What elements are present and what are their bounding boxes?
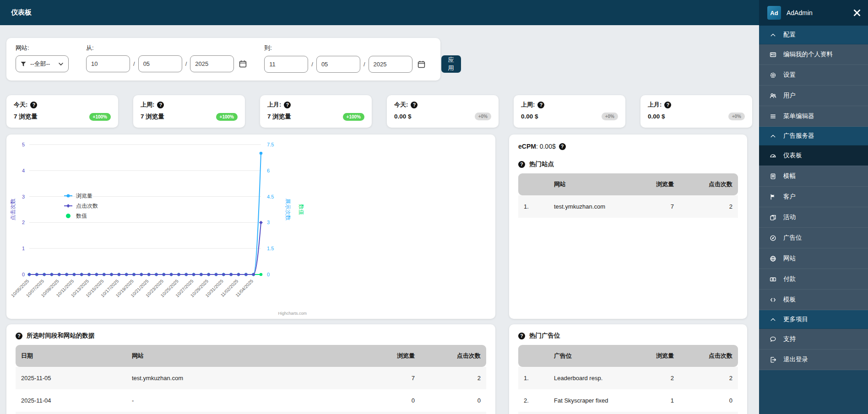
legend-item[interactable]: 浏览量: [64, 193, 92, 199]
column-header: 点击次数: [420, 345, 486, 367]
svg-text:5: 5: [22, 142, 25, 147]
svg-text:0: 0: [267, 272, 270, 277]
sidebar-item-code[interactable]: 模板: [759, 290, 868, 310]
period-data-table: 日期网站浏览量点击次数2025-11-05test.ymkuzhan.com72…: [16, 345, 486, 412]
cell: 7: [621, 195, 679, 218]
svg-text:3: 3: [267, 220, 270, 225]
stat-value: 7 浏览量: [14, 113, 38, 121]
table-row: 2.Fat Skyscraper fixed10: [518, 389, 738, 412]
svg-text:浏览量: 浏览量: [76, 193, 92, 199]
to-year-input[interactable]: [369, 56, 412, 73]
svg-text:展示次数: 展示次数: [285, 199, 291, 220]
sidebar-item-menu[interactable]: 菜单编辑器: [759, 106, 868, 127]
from-day-input[interactable]: [138, 55, 182, 72]
cell: 0: [354, 389, 420, 412]
svg-text:2: 2: [22, 220, 25, 225]
date-to-group: 到: / / 应用: [264, 44, 461, 73]
id-card-icon: [769, 51, 776, 58]
sidebar-item-logout[interactable]: 退出登录: [759, 349, 868, 370]
cell: Fat Skyscraper fixed: [548, 389, 621, 412]
site-filter-group: 网站: --全部--: [16, 44, 69, 73]
help-icon[interactable]: [30, 102, 37, 108]
ecpm-card: eCPM: 0.00$ 热门站点 网站浏览量点击次数1.test.ymkuzha…: [509, 134, 747, 319]
from-month-input[interactable]: [86, 55, 130, 72]
sidebar-item-label: 广告服务器: [783, 132, 814, 140]
help-icon[interactable]: [157, 102, 164, 108]
svg-text:6: 6: [267, 168, 270, 173]
to-month-input[interactable]: [264, 56, 308, 73]
date-separator: /: [363, 61, 365, 68]
sidebar-item-gear[interactable]: 设置: [759, 65, 868, 86]
sidebar-item-money[interactable]: 付款: [759, 269, 868, 290]
top-sites-table: 网站浏览量点击次数1.test.ymkuzhan.com72: [518, 173, 738, 218]
sidebar-item-label: 更多项目: [783, 315, 808, 323]
legend-item[interactable]: 点击次数: [64, 203, 98, 209]
stat-label: 今天:: [14, 101, 27, 109]
sidebar-item-label: 付款: [783, 275, 796, 283]
help-icon[interactable]: [284, 102, 291, 108]
svg-text:4.5: 4.5: [267, 194, 274, 199]
menu-icon: [769, 113, 776, 120]
cell: 2: [420, 367, 486, 389]
date-separator: /: [185, 60, 187, 67]
top-bar: 仪表板: [0, 0, 759, 25]
banner-icon: [769, 173, 776, 180]
trend-badge: +100%: [89, 113, 111, 121]
cell: test.ymkuzhan.com: [126, 367, 354, 389]
sidebar-item-copy[interactable]: 活动: [759, 207, 868, 228]
svg-text:点击次数: 点击次数: [76, 203, 98, 209]
sidebar-item-chevron-up[interactable]: 更多项目: [759, 310, 868, 329]
svg-text:1: 1: [22, 246, 25, 251]
svg-text:7.5: 7.5: [267, 142, 274, 147]
cell: Leaderboard resp.: [548, 367, 621, 389]
help-icon[interactable]: [559, 143, 566, 150]
sidebar-item-dashboard[interactable]: 仪表板: [759, 145, 868, 166]
sidebar-item-comment[interactable]: 支持: [759, 329, 868, 349]
stat-cards-row: 今天:7 浏览量+100%上周:7 浏览量+100%上月:7 浏览量+100%今…: [6, 95, 753, 128]
stat-label: 上月:: [648, 101, 662, 109]
apply-button[interactable]: 应用: [441, 55, 461, 73]
sidebar-item-flag[interactable]: 客户: [759, 187, 868, 207]
help-icon[interactable]: [537, 102, 544, 108]
help-icon[interactable]: [518, 333, 525, 339]
svg-text:3: 3: [22, 194, 25, 199]
cell: 0: [420, 389, 486, 412]
cell: 1.: [518, 367, 548, 389]
ecpm-label: eCPM: 0.00$: [518, 143, 556, 150]
help-icon[interactable]: [664, 102, 671, 108]
stat-label: 上月:: [267, 101, 281, 109]
sidebar-item-label: 仪表板: [783, 151, 802, 160]
site-select[interactable]: --全部--: [16, 55, 69, 72]
sidebar-item-banner[interactable]: 横幅: [759, 166, 868, 187]
help-icon[interactable]: [411, 102, 418, 108]
stat-value: 0.00 $: [394, 113, 412, 120]
sidebar-item-users[interactable]: 用户: [759, 86, 868, 106]
brand-name: AdAdmin: [787, 9, 813, 16]
sidebar-item-compass[interactable]: 广告位: [759, 228, 868, 248]
highcharts-credit[interactable]: Highcharts.com: [278, 311, 307, 316]
sidebar-item-id-card[interactable]: 编辑我的个人资料: [759, 44, 868, 65]
help-icon[interactable]: [16, 333, 22, 339]
help-icon[interactable]: [518, 161, 525, 168]
trend-badge: +0%: [475, 113, 491, 120]
cell: 2025-11-04: [16, 389, 126, 412]
to-day-input[interactable]: [316, 56, 360, 73]
stat-value: 0.00 $: [648, 113, 665, 120]
close-icon[interactable]: [853, 9, 861, 16]
page-title: 仪表板: [11, 8, 32, 17]
code-icon: [769, 296, 776, 303]
table-row: 2025-11-05test.ymkuzhan.com72: [16, 367, 486, 389]
from-year-input[interactable]: [190, 55, 234, 72]
column-header: 点击次数: [679, 173, 738, 195]
sidebar-item-chevron-up[interactable]: 配置: [759, 26, 868, 44]
trend-badge: +0%: [602, 113, 618, 120]
table-row: 1.Leaderboard resp.22: [518, 367, 738, 389]
calendar-icon[interactable]: [418, 60, 425, 68]
sidebar-item-label: 客户: [783, 193, 796, 201]
sidebar-item-globe[interactable]: 网站: [759, 248, 868, 269]
logout-icon: [769, 356, 776, 363]
sidebar-item-chevron-up[interactable]: 广告服务器: [759, 127, 868, 145]
legend-item[interactable]: 数值: [66, 213, 87, 219]
calendar-icon[interactable]: [239, 60, 247, 68]
table-row-partial: [518, 412, 738, 414]
